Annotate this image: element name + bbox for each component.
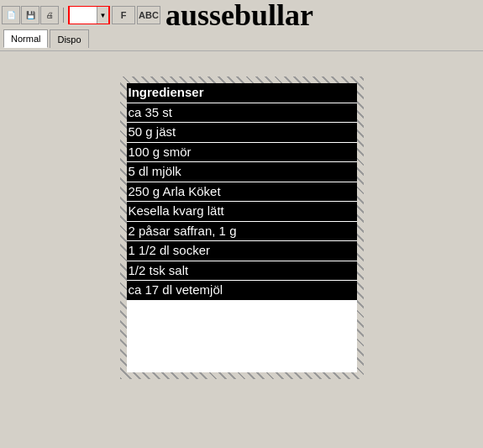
font-size-dropdown-arrow[interactable]: ▼ (97, 7, 108, 24)
toolbar-icon-2[interactable]: 💾 (21, 6, 39, 24)
toolbar-icons: 📄 💾 🖨 (2, 6, 59, 24)
recipe-line: 50 g jäst (127, 123, 357, 142)
recipe-line: 1/2 tsk salt (127, 261, 357, 281)
recipe-line: Kesella kvarg lätt (127, 202, 357, 221)
icon-2: 💾 (23, 8, 38, 23)
recipe-line: 100 g smör (127, 143, 357, 162)
tab-normal-label: Normal (11, 34, 40, 44)
main-content: Ingredienserca 35 st50 g jäst100 g smör5… (0, 51, 483, 424)
recipe-text-block: Ingredienserca 35 st50 g jäst100 g smör5… (120, 76, 364, 308)
toolbar: 📄 💾 🖨 26 ▼ F ABC aussebullar (0, 0, 483, 51)
icon-3: 🖨 (42, 8, 57, 23)
recipe-line: ca 17 dl vetemjöl (127, 281, 357, 300)
toolbar-icon-3[interactable]: 🖨 (40, 6, 59, 24)
document-container: Ingredienserca 35 st50 g jäst100 g smör5… (120, 76, 364, 379)
recipe-line: 1 1/2 dl socker (127, 241, 357, 261)
recipe-line: 2 påsar saffran, 1 g (127, 222, 357, 241)
recipe-line: 5 dl mjölk (127, 162, 357, 182)
recipe-line: ca 35 st (127, 103, 357, 123)
tab-dispo-label: Dispo (57, 34, 81, 45)
toolbar-row-2: Normal Dispo (2, 29, 481, 49)
tab-normal[interactable]: Normal (3, 29, 48, 48)
font-size-input[interactable]: 26 (70, 7, 97, 24)
toolbar-row-1: 📄 💾 🖨 26 ▼ F ABC aussebullar (2, 3, 481, 27)
abc-label: ABC (139, 10, 159, 20)
f-label: F (121, 10, 127, 20)
abc-button[interactable]: ABC (137, 6, 160, 24)
tab-dispo[interactable]: Dispo (50, 29, 88, 48)
separator-1 (63, 8, 64, 23)
recipe-line: Ingredienser (127, 83, 357, 103)
format-icon-f[interactable]: F (112, 6, 135, 24)
toolbar-icon-1[interactable]: 📄 (2, 6, 20, 24)
icon-1: 📄 (3, 8, 18, 23)
recipe-line: 250 g Arla Köket (127, 182, 357, 202)
font-size-container[interactable]: 26 ▼ (68, 6, 110, 24)
dropdown-arrow-icon: ▼ (100, 12, 107, 19)
